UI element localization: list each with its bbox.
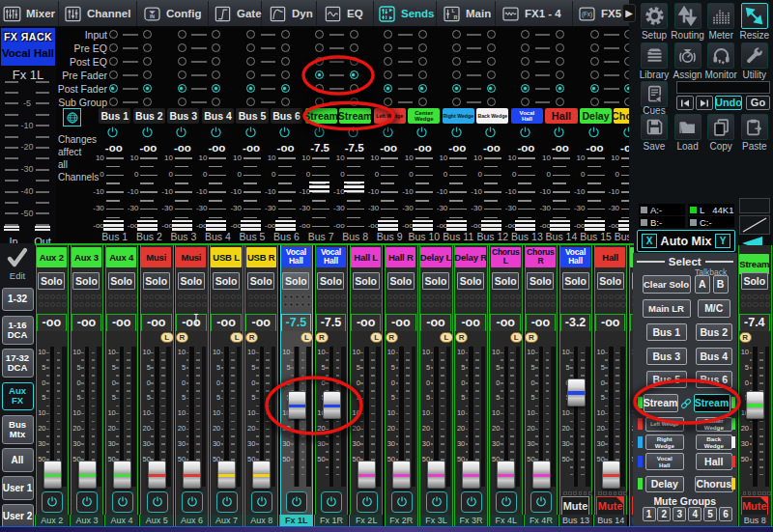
mute-group-3[interactable]: 3	[673, 507, 686, 521]
tap-radio[interactable]	[315, 57, 324, 66]
channel-on-button[interactable]	[357, 491, 378, 513]
select-bus-4[interactable]: Bus 4	[696, 348, 733, 365]
level-value[interactable]: -7.4	[739, 314, 770, 331]
strip-bottom-label[interactable]: Aux 8	[244, 515, 278, 526]
solo-button[interactable]: Solo	[741, 272, 768, 290]
solo-button[interactable]: Solo	[213, 272, 240, 290]
select-main-lr[interactable]: Main LR	[643, 299, 691, 318]
bus-select-left-wedge[interactable]: Left Wedge	[374, 108, 406, 124]
tap-radio[interactable]	[178, 30, 186, 39]
mute-group-1[interactable]: 1	[643, 507, 656, 521]
strip-bottom-label[interactable]: Fx 1L	[279, 515, 313, 526]
strip-bottom-label[interactable]: Bus 8	[738, 515, 772, 526]
scribble-label[interactable]: Stream	[739, 254, 769, 274]
select-bus-6[interactable]: Bus 6	[696, 371, 733, 388]
fader-cap[interactable]	[427, 461, 445, 489]
strip-bottom-label[interactable]: Fx 2R	[385, 515, 418, 526]
fader-cap[interactable]	[462, 461, 480, 489]
tap-radio[interactable]	[315, 84, 324, 93]
fader-cap[interactable]	[358, 461, 376, 489]
tap-radio[interactable]	[452, 57, 461, 66]
select-bus-2[interactable]: Bus 2	[696, 323, 733, 341]
select-bus-1[interactable]: Bus 1	[646, 323, 688, 341]
bank-17-32-dca[interactable]: 17-32DCA	[2, 349, 34, 378]
setup-button[interactable]	[641, 3, 668, 29]
select-vocal-hall[interactable]: VocalHall	[645, 453, 684, 470]
tap-radio[interactable]	[178, 84, 186, 93]
mute-group-5[interactable]: 5	[703, 507, 717, 521]
tap-radio[interactable]	[521, 57, 530, 66]
level-value[interactable]: -oo	[526, 314, 557, 331]
prev-button[interactable]	[676, 96, 694, 110]
bus-select-bus-5[interactable]: Bus 5	[236, 108, 268, 124]
level-value[interactable]: -oo	[106, 314, 137, 331]
scribble-label[interactable]: ChorusL	[491, 247, 521, 267]
bus-fader-cap[interactable]	[309, 182, 329, 194]
tap-radio[interactable]	[590, 57, 599, 66]
tap-radio[interactable]	[143, 30, 152, 39]
global-changes-button[interactable]	[63, 108, 81, 126]
resize-button[interactable]	[741, 3, 768, 29]
channel-on-button[interactable]	[112, 491, 133, 513]
tap-radio[interactable]	[418, 98, 427, 106]
tap-radio[interactable]	[281, 43, 290, 52]
strip-bottom-label[interactable]: Fx 1R	[314, 515, 348, 526]
automix-x-button[interactable]: X	[642, 234, 657, 248]
tap-radio[interactable]	[556, 84, 564, 93]
fader-cap[interactable]	[148, 461, 166, 489]
scribble-label[interactable]: VocalHall	[560, 247, 590, 267]
tap-radio[interactable]	[418, 43, 427, 52]
channel-on-button[interactable]	[76, 491, 98, 513]
bank-all[interactable]: All	[2, 448, 34, 472]
tap-radio[interactable]	[109, 57, 118, 66]
channel-on-button[interactable]	[42, 491, 63, 513]
channel-on-button[interactable]	[251, 491, 272, 513]
level-value[interactable]: -7.5	[316, 314, 347, 331]
bus-select-back-wedge[interactable]: Back Wedge	[476, 108, 508, 124]
talkback-a-button[interactable]: A	[695, 275, 710, 294]
tap-radio[interactable]	[487, 30, 496, 39]
solo-button[interactable]: Solo	[457, 272, 484, 290]
select-hall[interactable]: Hall	[696, 453, 733, 470]
tap-radio[interactable]	[212, 70, 220, 79]
tap-radio[interactable]	[521, 84, 530, 93]
strip-bottom-label[interactable]: Aux 3	[70, 515, 103, 526]
solo-button[interactable]: Solo	[387, 272, 415, 290]
tap-radio[interactable]	[109, 70, 118, 79]
bank-bus-mtx[interactable]: BusMtx	[2, 415, 34, 444]
solo-button[interactable]: Solo	[178, 272, 205, 290]
tap-radio[interactable]	[452, 30, 461, 39]
tap-radio[interactable]	[212, 84, 220, 93]
tap-radio[interactable]	[487, 98, 496, 106]
tap-radio[interactable]	[246, 84, 255, 93]
channel-on-button[interactable]	[286, 491, 307, 513]
save-button[interactable]	[641, 114, 668, 140]
scribble-label[interactable]: ChorusR	[526, 247, 556, 267]
bus-select-bus-1[interactable]: Bus 1	[99, 108, 130, 124]
tap-radio[interactable]	[350, 70, 358, 79]
solo-button[interactable]: Solo	[143, 272, 170, 290]
tap-radio[interactable]	[452, 43, 461, 52]
mute-button[interactable]: Mute	[561, 496, 589, 516]
level-value[interactable]: -3.2	[560, 314, 591, 331]
level-value[interactable]: -oo	[386, 314, 416, 331]
channel-on-button[interactable]	[426, 491, 447, 513]
tap-radio[interactable]	[212, 98, 220, 106]
tap-radio[interactable]	[178, 98, 186, 106]
tap-radio[interactable]	[452, 84, 461, 93]
tap-radio[interactable]	[556, 57, 564, 66]
fader-cap[interactable]	[323, 391, 341, 419]
level-value[interactable]: -oo	[72, 314, 102, 331]
select-center-wedge[interactable]: CenterWedge	[696, 417, 732, 432]
go-button[interactable]: Go	[746, 96, 770, 110]
bus-select-bus-4[interactable]: Bus 4	[202, 108, 234, 124]
tap-radio[interactable]	[281, 84, 290, 93]
channel-on-button[interactable]	[391, 491, 413, 513]
fader-cap[interactable]	[183, 461, 201, 489]
scribble-label[interactable]: Hall R	[386, 247, 415, 267]
strip-bottom-label[interactable]: Bus 14	[593, 515, 627, 526]
select-chorus[interactable]: Chorus	[695, 476, 734, 492]
stream-link-icon[interactable]	[679, 397, 693, 414]
tap-radio[interactable]	[315, 70, 324, 79]
solo-button[interactable]: Solo	[597, 272, 624, 290]
